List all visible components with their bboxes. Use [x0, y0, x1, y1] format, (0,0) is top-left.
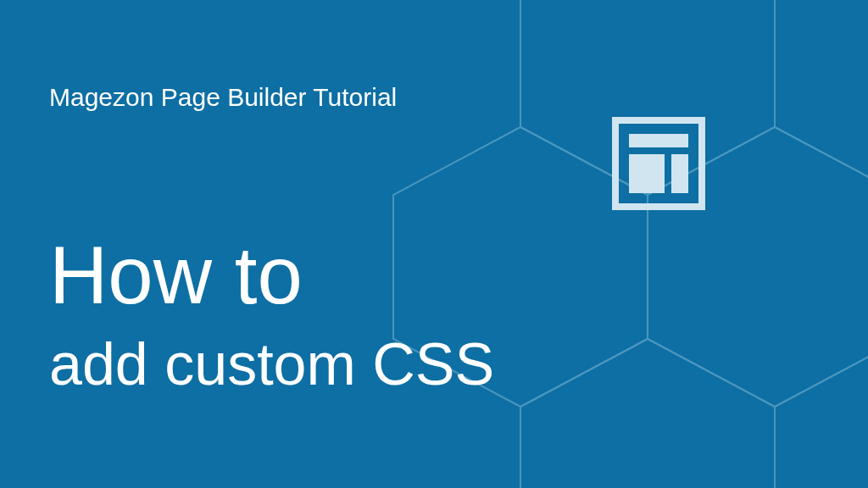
layout-template-icon [612, 117, 705, 214]
title-line-2: add custom CSS [49, 332, 868, 397]
svg-rect-9 [671, 154, 688, 193]
subtitle: Magezon Page Builder Tutorial [49, 83, 868, 112]
svg-rect-8 [629, 154, 665, 193]
title-line-1: How to [49, 230, 868, 320]
svg-rect-7 [629, 134, 688, 147]
